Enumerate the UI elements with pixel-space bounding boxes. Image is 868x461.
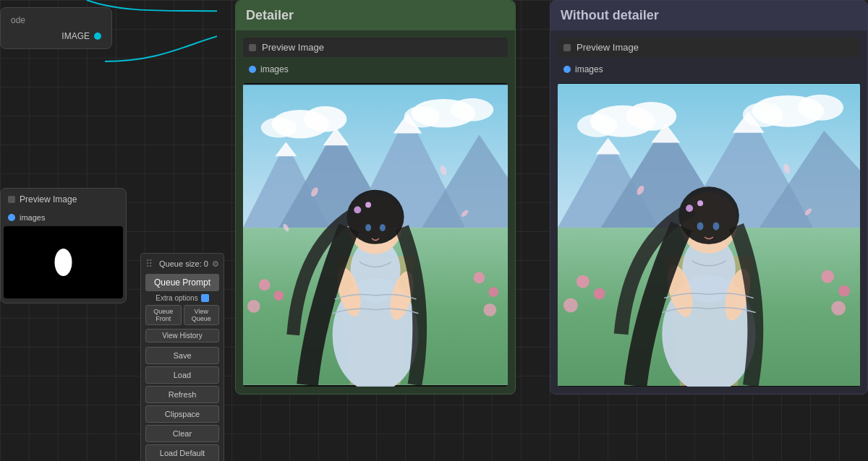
svg-point-17	[274, 290, 284, 301]
detailer-body: Preview Image images	[236, 30, 515, 394]
svg-point-55	[821, 270, 834, 283]
detailer-port-label: images	[260, 64, 289, 74]
load-default-button[interactable]: Load Default	[145, 444, 219, 461]
svg-point-49	[743, 103, 783, 127]
svg-point-67	[697, 200, 703, 206]
detailer-anime-svg	[243, 83, 508, 387]
detailer-title: Detailer	[246, 8, 294, 22]
svg-point-18	[247, 300, 260, 313]
node-without-detailer: Without detailer Preview Image images	[550, 0, 868, 395]
extra-options-label: Extra options	[156, 294, 197, 302]
svg-point-45	[626, 102, 677, 131]
without-detailer-sq-icon	[563, 44, 571, 51]
svg-point-19	[474, 272, 485, 283]
view-queue-button[interactable]: View Queue	[184, 305, 220, 325]
drag-dots-icon: ⠿	[145, 258, 153, 270]
without-detailer-preview-header: Preview Image	[558, 38, 860, 57]
without-detailer-anime-svg	[558, 83, 860, 387]
without-detailer-port-dot	[563, 66, 571, 73]
detailer-image-display	[243, 83, 508, 387]
svg-point-29	[380, 224, 386, 231]
preview-left-header: Preview Image	[1, 189, 126, 210]
detailer-preview-label: Preview Image	[262, 42, 324, 53]
detailer-port-dot	[249, 66, 256, 73]
svg-point-16	[259, 279, 271, 290]
without-detailer-preview-label: Preview Image	[576, 42, 639, 53]
svg-point-30	[354, 206, 361, 213]
white-blob-shape	[53, 249, 75, 276]
svg-point-46	[577, 114, 618, 137]
extra-options-checkbox[interactable]	[201, 294, 209, 302]
clear-button[interactable]: Clear	[145, 425, 219, 442]
node-detailer: Detailer Preview Image images	[235, 0, 516, 395]
svg-point-64	[697, 223, 704, 231]
svg-point-28	[365, 224, 371, 231]
without-detailer-port-row: images	[558, 61, 860, 77]
detailer-sq-icon	[249, 44, 256, 51]
preview-left-image-area	[4, 226, 123, 298]
svg-point-48	[797, 95, 843, 121]
svg-point-21	[483, 303, 496, 316]
svg-point-52	[576, 275, 590, 288]
node-topleft-output: IMAGE	[11, 31, 101, 41]
without-detailer-img-wrapper	[558, 83, 860, 387]
queue-front-view-row: Queue Front View Queue	[145, 305, 219, 325]
view-history-button[interactable]: View History	[145, 329, 219, 342]
node-topleft-title: ode	[11, 15, 101, 25]
svg-point-57	[831, 301, 846, 316]
svg-point-53	[594, 288, 605, 300]
svg-point-13	[404, 106, 440, 128]
without-detailer-body: Preview Image images	[550, 30, 867, 394]
detailer-title-bar: Detailer	[236, 1, 515, 30]
save-button[interactable]: Save	[145, 347, 219, 364]
refresh-button[interactable]: Refresh	[145, 386, 219, 403]
svg-point-65	[712, 223, 719, 231]
extra-options-row: Extra options	[145, 294, 219, 302]
svg-point-31	[365, 202, 371, 207]
preview-left-port-label: images	[20, 213, 45, 222]
svg-point-9	[304, 106, 346, 132]
detailer-port-row: images	[243, 61, 508, 77]
svg-point-20	[488, 287, 498, 297]
queue-size-label: Queue size: 0	[159, 259, 208, 268]
without-detailer-port-label: images	[575, 64, 603, 74]
svg-point-66	[686, 204, 693, 212]
node-topleft-output-label: IMAGE	[61, 31, 90, 41]
clipspace-button[interactable]: Clipspace	[145, 405, 219, 423]
controls-panel: ⠿ Queue size: 0 ⚙ Queue Prompt Extra opt…	[140, 253, 224, 461]
load-button[interactable]: Load	[145, 366, 219, 384]
detailer-preview-header: Preview Image	[243, 38, 508, 57]
svg-point-10	[261, 118, 297, 138]
svg-point-54	[563, 298, 578, 313]
svg-point-12	[451, 98, 493, 121]
node-topleft: ode IMAGE	[0, 7, 112, 49]
gear-icon[interactable]: ⚙	[212, 259, 219, 269]
detailer-img-wrapper	[243, 83, 508, 387]
without-detailer-title-bar: Without detailer	[550, 1, 867, 30]
preview-left-sq-icon	[8, 196, 15, 203]
preview-left-port: images	[1, 210, 126, 226]
queue-header: ⠿ Queue size: 0 ⚙	[145, 258, 219, 270]
queue-front-button[interactable]: Queue Front	[145, 305, 182, 325]
without-detailer-image-display	[558, 83, 860, 387]
without-detailer-title: Without detailer	[561, 8, 659, 22]
preview-left-title: Preview Image	[20, 194, 77, 204]
preview-left-dot	[8, 214, 15, 221]
queue-prompt-button[interactable]: Queue Prompt	[145, 274, 219, 291]
output-dot	[94, 33, 101, 40]
node-preview-left: Preview Image images	[0, 188, 127, 303]
svg-point-56	[838, 285, 850, 297]
